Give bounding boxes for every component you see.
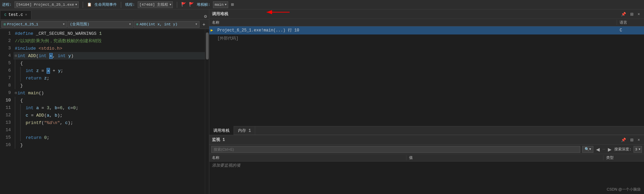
code-line-1: #define _CRT_SECURE_NO_WARNINGS 1 (14, 30, 205, 37)
flag-disabled-icon: 🚩 (189, 2, 194, 7)
watermark: CSDN @一个小脑袋 (607, 187, 641, 192)
watch-pin2-button[interactable]: ⊞ (629, 137, 635, 143)
watch-prev-button[interactable]: ◀ (595, 147, 600, 152)
watch-search-row: 🔍 ▼ ◀ — ▶ 搜索深度: 3 ▼ (209, 145, 644, 154)
watch-title: 监视 1 (212, 137, 225, 143)
panel-tabs-row: 调用堆栈 内存 1 (209, 126, 644, 135)
ln-7: 7 (0, 74, 11, 82)
thread-label: 线程: (125, 2, 135, 7)
watch-next-button[interactable]: ▶ (607, 147, 612, 152)
callstack-external-row: [外部代码] (209, 34, 644, 42)
code-scrollbar[interactable] (205, 29, 209, 194)
watch-depth-dropdown[interactable]: 3 ▼ (634, 146, 642, 153)
callstack-spacer (209, 42, 644, 126)
watch-nav-separator: — (602, 147, 605, 152)
callstack-close-button[interactable]: × (636, 11, 641, 17)
callstack-title: 调用堆栈 (212, 11, 228, 17)
code-subtoolbar: ⊞ Project_6_25_1 ▼ (全局范围) ▼ ⊕ ADD(int x,… (0, 20, 209, 29)
callstack-pin2-button[interactable]: ⊞ (629, 11, 635, 17)
watch-col-val-header: 值 (406, 155, 603, 160)
watch-pin-button[interactable]: 📌 (620, 137, 627, 143)
search-icon: 🔍 (585, 147, 589, 151)
main-layout: C test.c × ⚙ ⊞ Project_6_25_1 ▼ (全局范围) ▼… (0, 9, 644, 194)
code-line-5: { (14, 59, 205, 67)
process-value: [54104] Project_6_25_1.exe (16, 3, 74, 7)
scrollbar-thumb[interactable] (206, 32, 209, 59)
file-icon: C (4, 13, 6, 17)
watch-close-button[interactable]: × (636, 137, 641, 143)
code-content[interactable]: #define _CRT_SECURE_NO_WARNINGS 1 //以3的阶… (14, 29, 205, 194)
scope-dropdown[interactable]: (全局范围) ▼ (68, 21, 133, 28)
code-line-6: int z = x + y; (14, 67, 205, 74)
code-panel: C test.c × ⚙ ⊞ Project_6_25_1 ▼ (全局范围) ▼… (0, 9, 209, 194)
callstack-panel: 调用堆栈 📌 ⊞ × (209, 9, 644, 126)
red-arrow-annotation (263, 9, 290, 16)
callstack-row-lang: C (617, 28, 644, 33)
watch-search-input[interactable] (211, 146, 580, 153)
watch-depth-value: 3 (635, 147, 638, 151)
code-line-16: } (14, 141, 205, 149)
frame-value: main (215, 3, 223, 7)
function-arrow-icon: ▼ (195, 23, 197, 26)
ln-2: 2 (0, 37, 11, 45)
add-function-button[interactable]: + (200, 21, 208, 28)
thread-arrow-icon: ▼ (169, 3, 171, 6)
callstack-pin-button[interactable]: 📌 (620, 11, 627, 17)
ln-4: 4 (0, 52, 11, 59)
tab-filename: test.c (8, 13, 23, 17)
search-dropdown-arrow: ▼ (589, 148, 591, 151)
gear-icon[interactable]: ⚙ (202, 14, 209, 19)
lifecycle-icon[interactable]: 📋 (87, 2, 92, 7)
flag-icon: 🚩 (181, 2, 186, 7)
callstack-col-name-header: 名称 (209, 20, 617, 25)
project-dropdown[interactable]: ⊞ Project_6_25_1 ▼ (1, 21, 67, 28)
process-dropdown[interactable]: [54104] Project_6_25_1.exe ▼ (15, 1, 79, 8)
callstack-col-lang-header: 语言 (617, 20, 644, 25)
frame-dropdown[interactable]: main ▼ (213, 1, 228, 8)
code-editor: 1 2 3 4 5 6 7 8 9 10 11 12 13 14 15 16 (0, 29, 209, 194)
code-line-11: int a = 3, b=6, c=0; (14, 104, 205, 112)
callstack-row-main[interactable]: ▶ Project_6_25_1.exe!main(...) 行 10 C (209, 26, 644, 34)
callstack-row-arrow-icon: ▶ (209, 28, 216, 33)
watch-col-name-header: 名称 (209, 155, 406, 160)
function-value: ADD(int x, int y) (140, 22, 178, 26)
process-label: 进程: (2, 2, 12, 7)
tab-close-button[interactable]: × (25, 13, 27, 17)
separator-2 (121, 2, 121, 8)
separator-1 (83, 2, 83, 8)
project-name: Project_6_25_1 (7, 22, 38, 26)
top-toolbar: 进程: [54104] Project_6_25_1.exe ▼ 📋 生命周期事… (0, 0, 644, 9)
code-line-4: ⊟ int ADD(int x, int y) (14, 52, 205, 59)
watch-table-header: 名称 值 类型 (209, 154, 644, 162)
code-tab-test-c[interactable]: C test.c × (0, 10, 31, 19)
code-line-9: ⊟ int main() (14, 89, 205, 97)
watch-depth-label: 搜索深度: (614, 147, 632, 152)
callstack-table-header: 名称 语言 (209, 19, 644, 26)
code-line-12: c = ADD(a, b); (14, 112, 205, 119)
code-line-8: } (14, 82, 205, 89)
code-line-3: #include <stdio.h> (14, 45, 205, 52)
ln-13: 13 (0, 119, 11, 126)
watch-panel: 监视 1 📌 ⊞ × 🔍 ▼ ◀ — ▶ 搜索深度: 3 (209, 135, 644, 194)
function-icon: ⊕ (136, 22, 138, 26)
ln-16: 16 (0, 141, 11, 149)
watch-add-row[interactable]: 添加要监视的项 (209, 162, 644, 169)
ln-10: 10 (0, 97, 11, 104)
tab-memory1[interactable]: 内存 1 (234, 126, 255, 135)
ln-3: 3 (0, 45, 11, 52)
code-line-2: //以3的阶乘为例，究函数栈帧的创建和销毁 (14, 37, 205, 45)
fold-icon-4[interactable]: ⊟ (15, 54, 17, 58)
watch-search-button[interactable]: 🔍 ▼ (582, 146, 593, 153)
tab-callstack[interactable]: 调用堆栈 (209, 126, 234, 135)
code-line-14 (14, 126, 205, 134)
expand-icon[interactable]: ⊞ (231, 2, 234, 7)
function-dropdown[interactable]: ⊕ ADD(int x, int y) ▼ (134, 21, 199, 28)
fold-icon-9[interactable]: ⊟ (15, 91, 17, 95)
code-line-10: ▶ { (14, 97, 205, 104)
thread-dropdown[interactable]: [47468] 主线程 ▼ (138, 1, 173, 8)
depth-arrow-icon: ▼ (639, 148, 640, 151)
scope-arrow-icon: ▼ (129, 23, 131, 26)
frame-arrow-icon: ▼ (225, 3, 226, 6)
frame-label: 堆栈帧: (197, 2, 210, 7)
right-panel: 调用堆栈 📌 ⊞ × (209, 9, 644, 194)
